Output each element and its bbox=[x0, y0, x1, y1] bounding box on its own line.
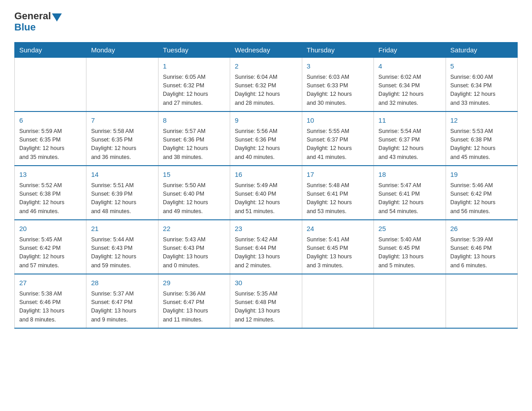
calendar-body: 1Sunrise: 6:05 AM Sunset: 6:32 PM Daylig… bbox=[15, 58, 518, 329]
calendar-cell: 22Sunrise: 5:43 AM Sunset: 6:43 PM Dayli… bbox=[158, 220, 230, 274]
day-info: Sunrise: 6:03 AM Sunset: 6:33 PM Dayligh… bbox=[307, 73, 369, 108]
calendar-cell: 29Sunrise: 5:36 AM Sunset: 6:47 PM Dayli… bbox=[158, 274, 230, 328]
day-number: 13 bbox=[19, 170, 82, 180]
day-info: Sunrise: 6:05 AM Sunset: 6:32 PM Dayligh… bbox=[163, 73, 225, 108]
day-number: 20 bbox=[19, 224, 82, 234]
day-number: 4 bbox=[378, 61, 441, 72]
day-number: 23 bbox=[235, 224, 297, 234]
calendar-cell: 9Sunrise: 5:56 AM Sunset: 6:36 PM Daylig… bbox=[230, 111, 302, 166]
day-info: Sunrise: 5:54 AM Sunset: 6:37 PM Dayligh… bbox=[378, 127, 441, 162]
day-number: 28 bbox=[91, 278, 153, 288]
day-number: 8 bbox=[163, 116, 225, 126]
calendar-cell: 4Sunrise: 6:02 AM Sunset: 6:34 PM Daylig… bbox=[374, 58, 446, 112]
weekday-header-sunday: Sunday bbox=[15, 43, 86, 58]
calendar-cell: 6Sunrise: 5:59 AM Sunset: 6:35 PM Daylig… bbox=[15, 111, 86, 166]
day-info: Sunrise: 5:42 AM Sunset: 6:44 PM Dayligh… bbox=[235, 235, 297, 270]
week-row-1: 1Sunrise: 6:05 AM Sunset: 6:32 PM Daylig… bbox=[15, 58, 518, 112]
calendar-cell bbox=[446, 274, 517, 328]
logo: General Blue bbox=[14, 11, 63, 33]
day-info: Sunrise: 5:39 AM Sunset: 6:46 PM Dayligh… bbox=[450, 235, 513, 270]
day-number: 11 bbox=[378, 116, 441, 126]
calendar-cell: 5Sunrise: 6:00 AM Sunset: 6:34 PM Daylig… bbox=[446, 58, 517, 112]
day-info: Sunrise: 5:57 AM Sunset: 6:36 PM Dayligh… bbox=[163, 127, 225, 162]
day-number: 17 bbox=[307, 170, 369, 180]
day-number: 16 bbox=[235, 170, 297, 180]
calendar-cell: 16Sunrise: 5:49 AM Sunset: 6:40 PM Dayli… bbox=[230, 166, 302, 220]
calendar-cell: 27Sunrise: 5:38 AM Sunset: 6:46 PM Dayli… bbox=[15, 274, 86, 328]
day-info: Sunrise: 5:40 AM Sunset: 6:45 PM Dayligh… bbox=[378, 235, 441, 270]
calendar-cell bbox=[374, 274, 446, 328]
day-number: 9 bbox=[235, 116, 297, 126]
day-info: Sunrise: 5:55 AM Sunset: 6:37 PM Dayligh… bbox=[307, 127, 369, 162]
day-number: 6 bbox=[19, 116, 82, 126]
day-number: 10 bbox=[307, 116, 369, 126]
day-number: 24 bbox=[307, 224, 369, 234]
logo-triangle-icon bbox=[52, 13, 62, 21]
day-number: 7 bbox=[91, 116, 153, 126]
calendar-cell: 18Sunrise: 5:47 AM Sunset: 6:41 PM Dayli… bbox=[374, 166, 446, 220]
week-row-3: 13Sunrise: 5:52 AM Sunset: 6:38 PM Dayli… bbox=[15, 166, 518, 220]
day-number: 29 bbox=[163, 278, 225, 288]
calendar-header: SundayMondayTuesdayWednesdayThursdayFrid… bbox=[15, 43, 518, 58]
calendar-cell: 13Sunrise: 5:52 AM Sunset: 6:38 PM Dayli… bbox=[15, 166, 86, 220]
calendar-cell bbox=[86, 58, 158, 112]
calendar-cell: 12Sunrise: 5:53 AM Sunset: 6:38 PM Dayli… bbox=[446, 111, 517, 166]
day-number: 22 bbox=[163, 224, 225, 234]
day-number: 19 bbox=[450, 170, 513, 180]
week-row-2: 6Sunrise: 5:59 AM Sunset: 6:35 PM Daylig… bbox=[15, 111, 518, 166]
day-info: Sunrise: 5:37 AM Sunset: 6:47 PM Dayligh… bbox=[91, 290, 153, 325]
day-info: Sunrise: 5:52 AM Sunset: 6:38 PM Dayligh… bbox=[19, 181, 82, 216]
day-number: 5 bbox=[450, 61, 513, 72]
calendar-cell: 28Sunrise: 5:37 AM Sunset: 6:47 PM Dayli… bbox=[86, 274, 158, 328]
day-info: Sunrise: 5:51 AM Sunset: 6:39 PM Dayligh… bbox=[91, 181, 153, 216]
day-number: 18 bbox=[378, 170, 441, 180]
week-row-5: 27Sunrise: 5:38 AM Sunset: 6:46 PM Dayli… bbox=[15, 274, 518, 328]
day-info: Sunrise: 6:00 AM Sunset: 6:34 PM Dayligh… bbox=[450, 73, 513, 108]
weekday-header-friday: Friday bbox=[374, 43, 446, 58]
weekday-header-thursday: Thursday bbox=[302, 43, 373, 58]
day-info: Sunrise: 5:56 AM Sunset: 6:36 PM Dayligh… bbox=[235, 127, 297, 162]
calendar-cell bbox=[15, 58, 86, 112]
day-info: Sunrise: 5:47 AM Sunset: 6:41 PM Dayligh… bbox=[378, 181, 441, 216]
day-number: 30 bbox=[235, 278, 297, 288]
weekday-header-row: SundayMondayTuesdayWednesdayThursdayFrid… bbox=[15, 43, 518, 58]
calendar-cell: 17Sunrise: 5:48 AM Sunset: 6:41 PM Dayli… bbox=[302, 166, 373, 220]
day-info: Sunrise: 5:44 AM Sunset: 6:43 PM Dayligh… bbox=[91, 235, 153, 270]
day-info: Sunrise: 5:45 AM Sunset: 6:42 PM Dayligh… bbox=[19, 235, 82, 270]
day-number: 27 bbox=[19, 278, 82, 288]
day-number: 14 bbox=[91, 170, 153, 180]
calendar-cell: 8Sunrise: 5:57 AM Sunset: 6:36 PM Daylig… bbox=[158, 111, 230, 166]
calendar-cell: 14Sunrise: 5:51 AM Sunset: 6:39 PM Dayli… bbox=[86, 166, 158, 220]
day-info: Sunrise: 5:36 AM Sunset: 6:47 PM Dayligh… bbox=[163, 290, 225, 325]
day-number: 21 bbox=[91, 224, 153, 234]
calendar-cell: 25Sunrise: 5:40 AM Sunset: 6:45 PM Dayli… bbox=[374, 220, 446, 274]
calendar-cell: 10Sunrise: 5:55 AM Sunset: 6:37 PM Dayli… bbox=[302, 111, 373, 166]
calendar-cell: 2Sunrise: 6:04 AM Sunset: 6:32 PM Daylig… bbox=[230, 58, 302, 112]
day-info: Sunrise: 5:38 AM Sunset: 6:46 PM Dayligh… bbox=[19, 290, 82, 325]
page-header: General Blue bbox=[14, 11, 518, 33]
day-info: Sunrise: 5:49 AM Sunset: 6:40 PM Dayligh… bbox=[235, 181, 297, 216]
calendar-cell: 23Sunrise: 5:42 AM Sunset: 6:44 PM Dayli… bbox=[230, 220, 302, 274]
day-info: Sunrise: 5:59 AM Sunset: 6:35 PM Dayligh… bbox=[19, 127, 82, 162]
calendar-cell bbox=[302, 274, 373, 328]
day-info: Sunrise: 5:58 AM Sunset: 6:35 PM Dayligh… bbox=[91, 127, 153, 162]
day-info: Sunrise: 6:04 AM Sunset: 6:32 PM Dayligh… bbox=[235, 73, 297, 108]
calendar-cell: 20Sunrise: 5:45 AM Sunset: 6:42 PM Dayli… bbox=[15, 220, 86, 274]
logo-blue-text: Blue bbox=[14, 21, 36, 33]
day-info: Sunrise: 5:41 AM Sunset: 6:45 PM Dayligh… bbox=[307, 235, 369, 270]
week-row-4: 20Sunrise: 5:45 AM Sunset: 6:42 PM Dayli… bbox=[15, 220, 518, 274]
day-number: 2 bbox=[235, 61, 297, 72]
calendar-cell: 1Sunrise: 6:05 AM Sunset: 6:32 PM Daylig… bbox=[158, 58, 230, 112]
day-info: Sunrise: 5:50 AM Sunset: 6:40 PM Dayligh… bbox=[163, 181, 225, 216]
day-info: Sunrise: 5:48 AM Sunset: 6:41 PM Dayligh… bbox=[307, 181, 369, 216]
calendar-cell: 24Sunrise: 5:41 AM Sunset: 6:45 PM Dayli… bbox=[302, 220, 373, 274]
day-number: 26 bbox=[450, 224, 513, 234]
day-info: Sunrise: 5:43 AM Sunset: 6:43 PM Dayligh… bbox=[163, 235, 225, 270]
day-number: 1 bbox=[163, 61, 225, 72]
day-info: Sunrise: 5:35 AM Sunset: 6:48 PM Dayligh… bbox=[235, 290, 297, 325]
day-number: 25 bbox=[378, 224, 441, 234]
logo-general-text: General bbox=[14, 11, 51, 21]
calendar-cell: 19Sunrise: 5:46 AM Sunset: 6:42 PM Dayli… bbox=[446, 166, 517, 220]
weekday-header-monday: Monday bbox=[86, 43, 158, 58]
calendar-table: SundayMondayTuesdayWednesdayThursdayFrid… bbox=[14, 42, 518, 329]
